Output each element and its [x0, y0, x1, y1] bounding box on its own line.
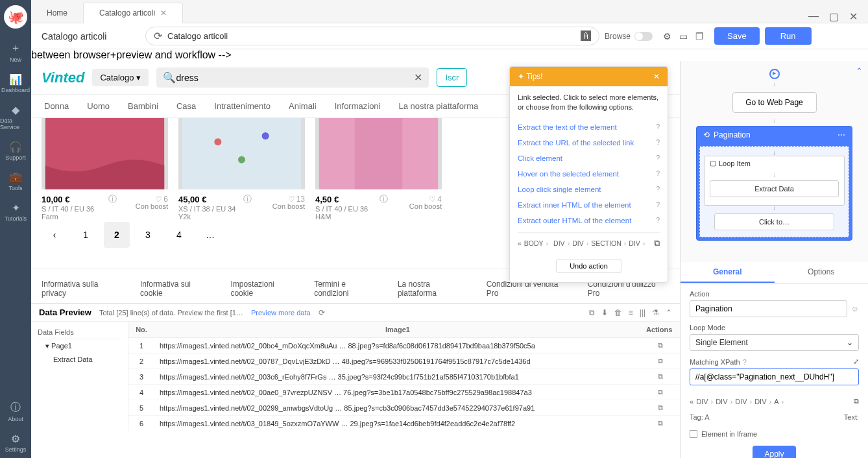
preview-more-link[interactable]: Preview more data: [251, 309, 311, 317]
sidebar-support[interactable]: 🎧Support: [0, 136, 31, 166]
table-row[interactable]: 2https://images1.vinted.net/t/02_00787_D…: [128, 354, 680, 369]
sidebar-dashboard[interactable]: 📊Dashboard: [0, 68, 31, 99]
row-action-icon[interactable]: ⧉: [641, 416, 680, 431]
table-row[interactable]: 6https://images1.vinted.net/t/03_01849_5…: [128, 416, 680, 431]
save-button[interactable]: Save: [714, 27, 760, 45]
loop-mode-select[interactable]: Single Element⌄: [690, 334, 859, 351]
nav-informazioni[interactable]: Informazioni: [335, 101, 381, 111]
card-icon[interactable]: ▭: [679, 31, 688, 42]
footer-link[interactable]: Informativa sui cookie: [140, 280, 215, 298]
nav-uomo[interactable]: Uomo: [87, 101, 110, 111]
refresh-icon[interactable]: ⟳: [319, 308, 325, 317]
iscriviti-button[interactable]: Iscr: [437, 68, 467, 87]
minimize-icon[interactable]: —: [808, 10, 819, 23]
row-action-icon[interactable]: ⧉: [641, 369, 680, 385]
workflow-start-node[interactable]: [769, 69, 780, 79]
maximize-icon[interactable]: ▢: [829, 10, 839, 23]
filter-icon[interactable]: ⚗: [652, 308, 659, 317]
product-card[interactable]: 10,00 € ⓘ♡ 6 S / IT 40 / EU 36 Farm Con …: [42, 118, 168, 214]
nav-piattaforma[interactable]: La nostra piattaforma: [398, 101, 478, 111]
workflow-extract-data-node[interactable]: Extract Data: [710, 180, 839, 197]
reload-icon[interactable]: ⟳: [154, 30, 162, 42]
url-bar[interactable]: ⟳ Catalogo articoli 🅰: [145, 27, 599, 45]
node-menu-icon[interactable]: ⋯: [838, 130, 845, 139]
tips-inner-html[interactable]: Extract inner HTML of the element?: [518, 197, 660, 213]
workflow-goto-node[interactable]: Go to Web Page: [732, 92, 817, 113]
translate-icon[interactable]: 🅰: [581, 30, 591, 42]
open-icon[interactable]: ⧉: [589, 308, 595, 317]
iframe-checkbox-row[interactable]: Element in Iframe: [690, 428, 859, 446]
tips-loop-click[interactable]: Loop click single element?: [518, 182, 660, 197]
workflow-click-to-node[interactable]: Click to…: [714, 213, 834, 230]
tab-home[interactable]: Home: [31, 3, 83, 23]
footer-link[interactable]: La nostra piattaforma: [398, 280, 471, 298]
page-1[interactable]: 1: [73, 222, 99, 248]
workflow-canvas[interactable]: ⌃ ↓ Go to Web Page ↓ ⟲Pagination⋯ ↓ ▢Loo…: [681, 61, 868, 262]
window-icon[interactable]: ❐: [695, 31, 704, 42]
catalogo-dropdown[interactable]: Catalogo ▾: [92, 69, 149, 86]
footer-link[interactable]: Termini e condizioni: [314, 280, 382, 298]
tab-close-icon[interactable]: ✕: [160, 8, 167, 18]
tree-page1[interactable]: ▾ Page1: [38, 339, 121, 353]
collapse-icon[interactable]: ⌃: [666, 308, 672, 317]
clear-icon[interactable]: ✕: [414, 71, 422, 84]
table-row[interactable]: 1https://images1.vinted.net/t/02_00bc4_m…: [128, 338, 680, 354]
trash-icon[interactable]: 🗑: [614, 308, 622, 317]
footer-link[interactable]: Impostazioni cookie: [230, 280, 298, 298]
sidebar-tools[interactable]: 💼Tools: [0, 166, 31, 197]
product-card[interactable]: 45,00 € ⓘ♡ 13 XS / IT 38 / EU 34 Y2k Con…: [178, 118, 305, 214]
sidebar-new[interactable]: ＋New: [0, 36, 31, 68]
run-button[interactable]: Run: [765, 27, 812, 45]
row-action-icon[interactable]: ⧉: [641, 385, 680, 400]
xpath-input[interactable]: [690, 368, 859, 385]
tree-extract-data[interactable]: Extract Data: [38, 353, 121, 366]
footer-link[interactable]: Informativa sulla privacy: [42, 280, 125, 298]
emoji-icon[interactable]: ☺: [851, 304, 859, 313]
row-action-icon[interactable]: ⧉: [641, 400, 680, 416]
nav-intrattenimento[interactable]: Intrattenimento: [214, 101, 271, 111]
checkbox[interactable]: [690, 430, 697, 438]
workflow-loop-item-node[interactable]: ▢Loop Item ↓ Extract Data: [704, 156, 845, 206]
workflow-collapse-icon[interactable]: ⌃: [856, 66, 863, 76]
search-input[interactable]: [176, 73, 414, 83]
nav-casa[interactable]: Casa: [176, 101, 196, 111]
close-icon[interactable]: ✕: [849, 10, 858, 23]
tips-outer-html[interactable]: Extract outer HTML of the element?: [518, 213, 660, 228]
expand-icon[interactable]: ⤢: [853, 357, 859, 366]
tips-click-element[interactable]: Click element?: [518, 151, 660, 166]
tab-options[interactable]: Options: [775, 262, 869, 283]
tab-general[interactable]: General: [681, 262, 775, 283]
list-view-icon[interactable]: ≡: [629, 308, 633, 317]
page-2[interactable]: 2: [104, 222, 130, 248]
sidebar-tutorials[interactable]: ✦Tutorials: [0, 197, 31, 227]
sidebar-about[interactable]: ⓘAbout: [0, 396, 31, 428]
tips-hover[interactable]: Hover on the selected element?: [518, 166, 660, 182]
row-action-icon[interactable]: ⧉: [641, 354, 680, 369]
breadcrumb-prev-icon[interactable]: «: [518, 239, 522, 247]
tab-catalogo[interactable]: Catalogo articoli✕: [83, 3, 183, 23]
nav-bambini[interactable]: Bambini: [128, 101, 158, 111]
download-icon[interactable]: ⬇: [601, 308, 608, 317]
open-icon[interactable]: ⧉: [654, 238, 660, 248]
nav-donna[interactable]: Donna: [44, 101, 69, 111]
gear-icon[interactable]: ⚙: [663, 31, 671, 42]
help-icon[interactable]: ?: [743, 358, 747, 366]
page-prev[interactable]: ‹: [42, 222, 67, 248]
tips-extract-text[interactable]: Extract the text of the element?: [518, 119, 660, 135]
page-3[interactable]: 3: [135, 222, 161, 248]
column-view-icon[interactable]: |||: [640, 308, 645, 317]
search-box[interactable]: 🔍 ✕: [156, 67, 429, 88]
tips-extract-url[interactable]: Extract the URL of the selected link?: [518, 135, 660, 151]
sidebar-settings[interactable]: ⚙Settings: [0, 428, 31, 458]
undo-button[interactable]: Undo action: [556, 259, 621, 273]
sidebar-data-service[interactable]: ◆Data Service: [0, 99, 31, 136]
table-row[interactable]: 3https://images1.vinted.net/t/02_003c6_r…: [128, 369, 680, 385]
browse-toggle[interactable]: Browse: [605, 32, 653, 41]
product-card[interactable]: 4,50 € ⓘ♡ 4 S / IT 40 / EU 36 H&M Con bo…: [315, 118, 442, 214]
row-action-icon[interactable]: ⧉: [641, 338, 680, 354]
nav-animali[interactable]: Animali: [289, 101, 317, 111]
page-4[interactable]: 4: [166, 222, 192, 248]
tips-close-icon[interactable]: ✕: [653, 72, 660, 81]
action-input[interactable]: [690, 300, 847, 317]
table-row[interactable]: 4https://images1.vinted.net/t/02_00ae0_9…: [128, 385, 680, 400]
